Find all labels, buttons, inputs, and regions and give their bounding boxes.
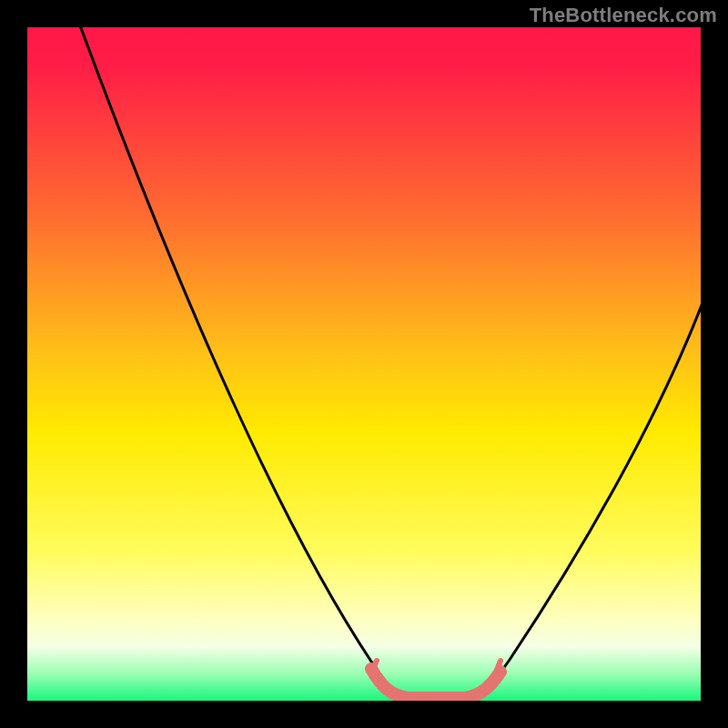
curve-layer — [27, 27, 701, 701]
optimal-band-marker — [371, 669, 500, 698]
optimal-band-tick-right — [497, 661, 500, 670]
plot-area — [27, 27, 701, 701]
chart-frame: TheBottleneck.com — [0, 0, 728, 728]
bottleneck-curve — [77, 27, 701, 699]
optimal-band-tick-left — [373, 661, 377, 669]
watermark-text: TheBottleneck.com — [530, 4, 717, 27]
